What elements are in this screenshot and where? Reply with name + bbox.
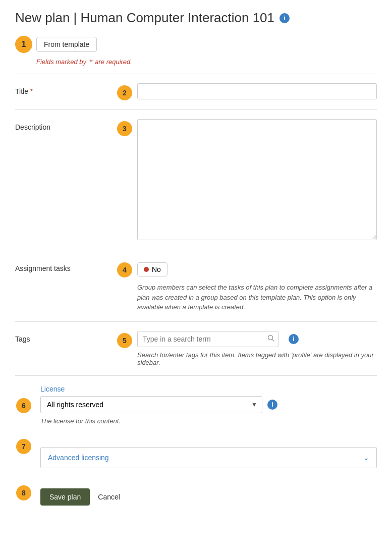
assignment-row: Assignment tasks 4 No [15,260,377,277]
title-label: Title * [15,83,116,95]
tags-section: Tags 5 i S [15,321,377,375]
license-info-icon[interactable]: i [267,400,277,410]
step3-badge: 3 [117,121,132,136]
title-section: Title * 2 [15,74,377,109]
advanced-row: 7 Advanced licensing ⌄ [15,439,377,468]
description-textarea[interactable] [137,119,377,240]
tags-search-wrapper [137,331,278,347]
assignment-label: Assignment tasks [15,260,116,272]
step1-badge: 1 [15,36,32,53]
advanced-licensing-title: Advanced licensing [48,454,109,462]
page-title: New plan | Human Computer Interaction 10… [15,10,274,26]
license-section: 6 License All rights reserved Creative C… [15,375,377,434]
license-row: 6 License All rights reserved Creative C… [15,385,377,425]
step4-col: 4 [116,260,137,277]
tags-helper: Search for/enter tags for this item. Ite… [137,351,377,366]
tags-label: Tags [15,331,116,343]
description-row: Description 3 [15,119,377,242]
save-plan-button[interactable]: Save plan [40,488,90,506]
search-icon [267,335,274,342]
assignment-helper: Group members can select the tasks of th… [137,283,377,312]
title-input[interactable] [137,83,377,99]
step6-col: 6 [15,385,36,413]
tags-search-input[interactable] [137,331,278,347]
advanced-col: Advanced licensing ⌄ [40,439,377,468]
description-label: Description [15,119,116,131]
step6-badge: 6 [16,398,31,413]
title-row: Title * 2 [15,83,377,100]
license-select-wrapper: All rights reserved Creative Commons Att… [40,396,377,413]
required-note: Fields marked by '*' are required. [36,58,377,66]
page-info-icon[interactable]: i [279,13,290,23]
from-template-button[interactable]: From template [36,37,97,52]
step7-badge: 7 [16,439,31,454]
step8-col: 8 [15,483,36,500]
step3-col: 3 [116,119,137,136]
advanced-licensing-toggle[interactable]: Advanced licensing ⌄ [41,448,376,468]
title-required-star: * [30,87,33,95]
search-icon-button[interactable] [267,335,274,343]
action-buttons: Save plan Cancel [40,488,120,506]
cancel-button[interactable]: Cancel [98,493,120,501]
license-label: License [40,385,377,393]
license-helper: The license for this content. [40,417,377,425]
step2-col: 2 [116,83,137,100]
tags-row: Tags 5 i S [15,331,377,366]
actions-row: 8 Save plan Cancel [15,478,377,506]
license-control-col: License All rights reserved Creative Com… [40,385,377,425]
license-select[interactable]: All rights reserved Creative Commons Att… [40,396,262,413]
toggle-dot [144,267,149,272]
license-select-outer: All rights reserved Creative Commons Att… [40,396,262,413]
step5-badge: 5 [117,333,132,348]
svg-line-1 [272,340,274,342]
tags-control: i Search for/enter tags for this item. I… [137,331,377,366]
assignment-section: Assignment tasks 4 No Group members can … [15,251,377,321]
step5-col: 5 [116,331,137,348]
step2-badge: 2 [117,85,132,100]
title-control [137,83,377,99]
step7-col: 7 [15,439,36,454]
chevron-down-icon: ⌄ [363,454,369,462]
toggle-label: No [152,265,161,273]
description-section: Description 3 [15,109,377,251]
step8-badge: 8 [16,485,31,500]
page-header: New plan | Human Computer Interaction 10… [15,10,377,26]
step1-row: 1 From template [15,36,377,53]
assignment-toggle[interactable]: No [137,262,167,276]
page-container: New plan | Human Computer Interaction 10… [0,0,392,526]
description-control [137,119,377,242]
advanced-licensing-section: Advanced licensing ⌄ [40,447,377,468]
assignment-control: No [137,260,377,276]
tags-info-icon[interactable]: i [289,334,299,344]
step4-badge: 4 [117,262,132,277]
